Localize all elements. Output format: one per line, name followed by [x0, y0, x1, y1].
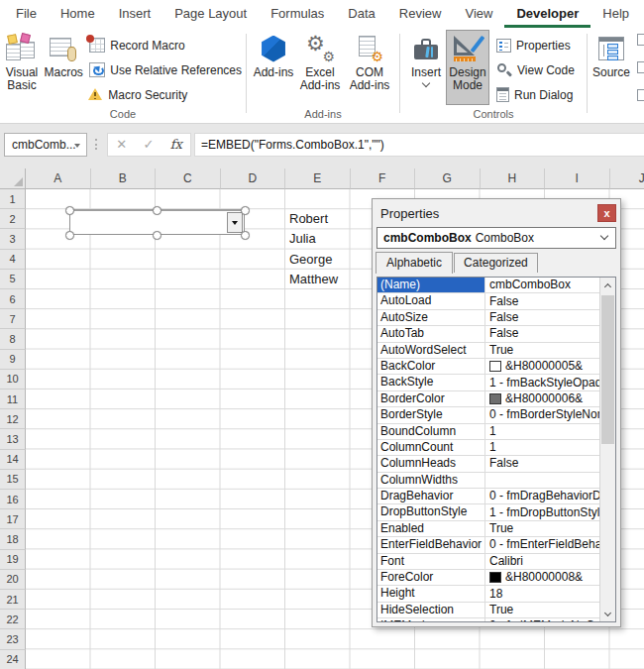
property-row-autoload[interactable]: AutoLoadFalse: [377, 293, 599, 309]
property-row-boundcolumn[interactable]: BoundColumn1: [377, 424, 599, 440]
selection-handle[interactable]: [241, 206, 250, 215]
scroll-down-button[interactable]: [600, 607, 615, 621]
selection-handle[interactable]: [65, 231, 74, 240]
property-row-backstyle[interactable]: BackStyle1 - fmBackStyleOpaqu: [377, 375, 599, 390]
ribbon-tab-data[interactable]: Data: [336, 0, 386, 28]
property-row-forecolor[interactable]: ForeColor&H80000008&: [377, 570, 599, 586]
design-mode-button[interactable]: Design Mode: [446, 30, 489, 105]
property-value[interactable]: 0 - fmEnterFieldBehav: [485, 537, 599, 552]
property-value[interactable]: cmbComboBox: [485, 278, 599, 292]
select-all-corner[interactable]: [0, 168, 26, 189]
property-value[interactable]: 1: [485, 440, 599, 455]
row-header-14[interactable]: 14: [0, 450, 26, 470]
row-header-8[interactable]: 8: [0, 329, 26, 349]
property-value[interactable]: 1 - fmDropButtonStyle: [485, 504, 599, 519]
row-header-7[interactable]: 7: [0, 309, 26, 329]
ribbon-tab-insert[interactable]: Insert: [107, 0, 163, 28]
row-header-23[interactable]: 23: [0, 629, 26, 649]
row-header-21[interactable]: 21: [0, 590, 26, 610]
use-relative-references-button[interactable]: Use Relative References: [83, 57, 246, 82]
clipped-ribbon-icon[interactable]: [637, 34, 644, 46]
selection-handle[interactable]: [153, 231, 161, 240]
column-header-j[interactable]: J: [610, 168, 644, 189]
cell-e5[interactable]: Matthew: [289, 270, 338, 289]
row-header-16[interactable]: 16: [0, 490, 26, 509]
insert-control-button[interactable]: Insert: [406, 30, 446, 105]
tab-alphabetic[interactable]: Alphabetic: [376, 252, 453, 274]
property-value[interactable]: False: [485, 456, 599, 471]
clipped-ribbon-icon[interactable]: [637, 61, 644, 73]
row-header-9[interactable]: 9: [0, 350, 26, 370]
selection-handle[interactable]: [65, 206, 74, 215]
property-row-borderstyle[interactable]: BorderStyle0 - fmBorderStyleNon: [377, 407, 599, 423]
ribbon-tab-formulas[interactable]: Formulas: [259, 0, 336, 28]
name-box[interactable]: cmbComb...: [4, 133, 87, 157]
row-header-11[interactable]: 11: [0, 390, 26, 409]
row-header-20[interactable]: 20: [0, 570, 26, 590]
column-header-h[interactable]: H: [481, 168, 546, 189]
ribbon-tab-view[interactable]: View: [453, 0, 504, 28]
ribbon-tab-page-layout[interactable]: Page Layout: [162, 0, 259, 28]
property-row-dragbehavior[interactable]: DragBehavior0 - fmDragBehaviorDis: [377, 489, 599, 504]
property-row-hideselection[interactable]: HideSelectionTrue: [377, 603, 599, 618]
column-header-c[interactable]: C: [156, 168, 221, 189]
property-row-enabled[interactable]: EnabledTrue: [377, 521, 599, 537]
property-row-dropbuttonstyle[interactable]: DropButtonStyle1 - fmDropButtonStyle: [377, 504, 599, 520]
properties-button[interactable]: Properties: [492, 33, 579, 57]
tab-categorized[interactable]: Categorized: [454, 253, 538, 273]
close-button[interactable]: x: [597, 204, 616, 222]
property-row-columnwidths[interactable]: ColumnWidths: [377, 473, 599, 489]
property-value[interactable]: 18: [485, 586, 599, 601]
property-value[interactable]: 1 - fmBackStyleOpaqu: [485, 375, 599, 390]
macros-button[interactable]: Macros: [44, 30, 83, 105]
row-header-3[interactable]: 3: [0, 229, 26, 249]
ribbon-tab-developer[interactable]: Developer: [504, 0, 590, 28]
property-row-height[interactable]: Height18: [377, 586, 599, 602]
cell-e3[interactable]: Julia: [289, 229, 316, 249]
insert-function-icon[interactable]: fx: [170, 134, 182, 156]
row-header-19[interactable]: 19: [0, 550, 26, 570]
property-value[interactable]: 0 - fmIMEModeNoCon: [485, 618, 599, 621]
property-value[interactable]: Calibri: [485, 554, 599, 569]
property-value[interactable]: &H80000008&: [485, 570, 599, 585]
row-header-6[interactable]: 6: [0, 289, 26, 309]
property-value[interactable]: False: [485, 293, 599, 308]
combobox-dropdown-button[interactable]: [227, 212, 243, 233]
cancel-icon[interactable]: ✕: [116, 134, 127, 156]
property-row-bordercolor[interactable]: BorderColor&H80000006&: [377, 391, 599, 407]
property-value[interactable]: 0 - fmDragBehaviorDis: [485, 489, 599, 503]
row-header-10[interactable]: 10: [0, 370, 26, 390]
property-row-backcolor[interactable]: BackColor&H80000005&: [377, 359, 599, 375]
record-macro-button[interactable]: Record Macro: [83, 33, 246, 57]
column-header-g[interactable]: G: [415, 168, 481, 189]
property-value[interactable]: True: [485, 521, 599, 536]
row-header-22[interactable]: 22: [0, 610, 26, 629]
add-ins-button[interactable]: Add-ins: [253, 30, 294, 105]
property-value[interactable]: [485, 473, 599, 488]
source-button[interactable]: Source: [590, 30, 632, 105]
row-header-4[interactable]: 4: [0, 250, 26, 270]
com-add-ins-button[interactable]: ⚙ COM Add-ins: [346, 30, 393, 105]
property-row-autotab[interactable]: AutoTabFalse: [377, 326, 599, 342]
scroll-up-button[interactable]: [600, 278, 615, 292]
visual-basic-button[interactable]: Visual Basic: [0, 30, 44, 105]
property-row-autosize[interactable]: AutoSizeFalse: [377, 310, 599, 326]
row-header-24[interactable]: 24: [0, 650, 26, 669]
property-value[interactable]: False: [485, 310, 599, 325]
scrollbar[interactable]: [599, 278, 615, 621]
selection-handle[interactable]: [241, 231, 250, 240]
row-header-2[interactable]: 2: [0, 209, 26, 229]
name-box-dropdown-icon[interactable]: [74, 144, 80, 148]
property-value[interactable]: True: [485, 603, 599, 617]
ribbon-tab-file[interactable]: File: [4, 0, 49, 28]
cell-e2[interactable]: Robert: [289, 209, 328, 229]
property-value[interactable]: 1: [485, 424, 599, 439]
property-row-columnheads[interactable]: ColumnHeadsFalse: [377, 456, 599, 472]
property-row-enterfieldbehavior[interactable]: EnterFieldBehavior0 - fmEnterFieldBehav: [377, 537, 599, 553]
property-row-font[interactable]: FontCalibri: [377, 554, 599, 570]
ribbon-tab-home[interactable]: Home: [49, 0, 107, 28]
view-code-button[interactable]: View Code: [492, 57, 579, 82]
properties-titlebar[interactable]: Properties x: [373, 199, 620, 227]
enter-icon[interactable]: ✓: [143, 134, 154, 156]
property-row-imemode[interactable]: IMEMode0 - fmIMEModeNoCon: [377, 618, 599, 621]
